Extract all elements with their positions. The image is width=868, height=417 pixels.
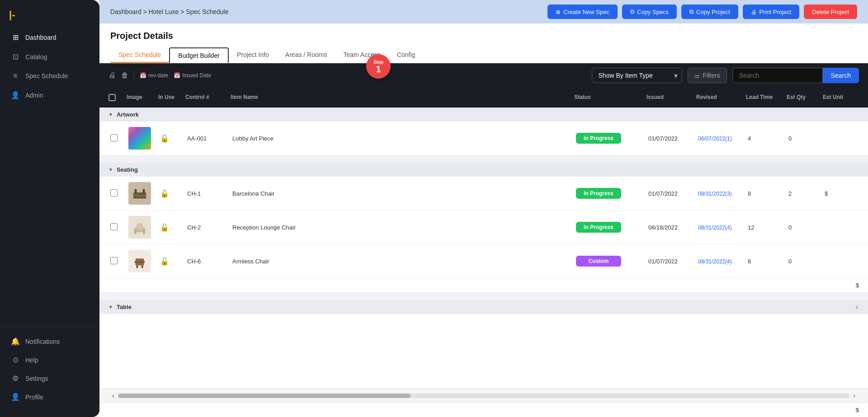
row-in-use[interactable]: 🔓 xyxy=(158,256,185,267)
select-all-checkbox[interactable] xyxy=(108,94,116,101)
show-by-select[interactable]: Show By Item TypeShow By AreaShow By Ven… xyxy=(592,68,682,83)
col-image: Image xyxy=(127,92,158,103)
row-control: CH-1 xyxy=(185,189,231,198)
scroll-left-arrow[interactable]: ‹ xyxy=(108,392,118,400)
main-nav: ⊞ Dashboard ⊡ Catalog ≡ Spec Schedule 👤 … xyxy=(0,28,99,326)
row-select-checkbox[interactable] xyxy=(110,134,118,141)
sidebar-item-admin[interactable]: 👤 Admin xyxy=(5,86,94,104)
tabs: Spec Schedule Budget Builder Project Inf… xyxy=(110,47,857,63)
spec-schedule-icon: ≡ xyxy=(11,72,20,80)
sidebar-item-settings[interactable]: ⚙ Settings xyxy=(5,369,94,388)
table-header: Image In Use Control # Item Name Status … xyxy=(99,88,868,108)
sidebar-item-spec-schedule[interactable]: ≡ Spec Schedule xyxy=(5,67,94,85)
print-project-button[interactable]: 🖨 Print Project xyxy=(743,5,800,19)
section-spacer xyxy=(99,293,868,300)
sidebar-bottom: 🔔 Notifications ⊙ Help ⚙ Settings 👤 Prof… xyxy=(0,326,99,417)
scroll-right-arrow[interactable]: › xyxy=(849,392,859,400)
col-checkbox xyxy=(108,92,127,103)
show-by-wrapper: Show By Item TypeShow By AreaShow By Ven… xyxy=(592,68,682,83)
tab-spec-schedule[interactable]: Spec Schedule xyxy=(110,47,169,63)
row-in-use[interactable]: 🔓 xyxy=(158,222,185,233)
filter-icon: ⚌ xyxy=(694,72,700,79)
copy-specs-button[interactable]: ⧉ Copy Specs xyxy=(622,5,677,19)
calendar2-icon: 📅 xyxy=(174,72,180,79)
col-revised: Revised xyxy=(696,92,746,103)
row-revised[interactable]: 08/31/2022(3) xyxy=(696,189,746,198)
issued-date-btn[interactable]: 📅 Issued Date xyxy=(174,72,211,79)
revised-link[interactable]: 08/31/2022(4) xyxy=(698,225,732,231)
row-revised[interactable]: 06/07/2022(1) xyxy=(696,134,746,143)
row-select-checkbox[interactable] xyxy=(110,257,118,264)
rev-date-btn[interactable]: 📅 rev-date xyxy=(140,72,168,79)
trash-toolbar-icon[interactable]: 🗑 xyxy=(121,71,128,80)
catalog-icon: ⊡ xyxy=(11,52,20,61)
delete-project-button[interactable]: Delete Project xyxy=(804,5,857,19)
table-row: 🔓 CH-6 Armless Chair Custom 01/07/2022 0… xyxy=(99,244,868,278)
row-status: In Progress xyxy=(574,132,646,145)
toolbar: 🖨 🗑 📅 rev-date 📅 Issued Date Step 1 Show… xyxy=(99,63,868,88)
svg-rect-10 xyxy=(136,266,138,268)
section-table[interactable]: ▼ Table ∨ xyxy=(99,300,868,314)
svg-rect-11 xyxy=(142,266,143,268)
col-est-qty: Est Qty xyxy=(787,92,823,103)
notifications-icon: 🔔 xyxy=(11,337,20,346)
filters-button[interactable]: ⚌ Filters xyxy=(688,68,727,83)
settings-icon: ⚙ xyxy=(11,374,20,383)
section-label: Table xyxy=(117,304,132,310)
sidebar-item-label: Spec Schedule xyxy=(25,72,68,80)
revised-link[interactable]: 06/07/2022(1) xyxy=(698,136,732,142)
row-image: img xyxy=(127,126,158,150)
row-checkbox xyxy=(108,188,127,199)
copy-project-button[interactable]: ⧉ Copy Project xyxy=(681,5,738,19)
tab-areas-rooms[interactable]: Areas / Rooms xyxy=(277,47,335,63)
section-seating[interactable]: ▼ Seating xyxy=(99,163,868,177)
tab-budget-builder[interactable]: Budget Builder xyxy=(169,47,229,63)
sidebar-item-label: Notifications xyxy=(25,338,60,345)
row-in-use[interactable]: 🔓 xyxy=(158,133,185,144)
row-checkbox xyxy=(108,256,127,267)
sidebar-item-notifications[interactable]: 🔔 Notifications xyxy=(5,332,94,351)
sidebar-item-profile[interactable]: 👤 Profile xyxy=(5,388,94,406)
row-est-unit xyxy=(823,226,859,228)
col-issued: Issued xyxy=(646,92,696,103)
tab-config[interactable]: Config xyxy=(389,47,423,63)
row-in-use[interactable]: 🔓 xyxy=(158,188,185,199)
row-select-checkbox[interactable] xyxy=(110,223,118,230)
row-lead-time: 8 xyxy=(746,189,787,198)
search-button[interactable]: Search xyxy=(823,68,859,83)
horizontal-scrollbar[interactable]: ‹ › xyxy=(99,389,868,403)
search-input[interactable] xyxy=(732,68,823,83)
row-control: CH-6 xyxy=(185,257,231,266)
row-select-checkbox[interactable] xyxy=(110,189,118,197)
sidebar-item-help[interactable]: ⊙ Help xyxy=(5,351,94,369)
row-control: CH-2 xyxy=(185,223,231,232)
sidebar-item-dashboard[interactable]: ⊞ Dashboard xyxy=(5,28,94,47)
row-revised[interactable]: 08/31/2022(4) xyxy=(696,223,746,232)
sidebar-item-label: Dashboard xyxy=(25,34,57,41)
col-est-unit: Est Unit xyxy=(823,92,859,103)
tab-project-info[interactable]: Project Info xyxy=(229,47,277,63)
status-badge: In Progress xyxy=(576,222,621,233)
sidebar: |- ⊞ Dashboard ⊡ Catalog ≡ Spec Schedule… xyxy=(0,0,99,417)
profile-icon: 👤 xyxy=(11,393,20,401)
section-spacer xyxy=(99,155,868,163)
lock-icon: 🔓 xyxy=(160,224,169,231)
copy2-icon: ⧉ xyxy=(689,8,693,15)
row-revised[interactable]: 08/31/2022(4) xyxy=(696,257,746,266)
sidebar-item-catalog[interactable]: ⊡ Catalog xyxy=(5,47,94,66)
revised-link[interactable]: 08/31/2022(4) xyxy=(698,258,732,265)
scroll-track[interactable] xyxy=(118,394,849,398)
toolbar-divider xyxy=(134,71,134,80)
main-content: Dashboard > Hotel Luxe > Spec Schedule ⊕… xyxy=(99,0,868,417)
section-label: Artwork xyxy=(117,111,139,118)
svg-rect-5 xyxy=(136,223,143,230)
section-artwork[interactable]: ▼ Artwork xyxy=(99,108,868,122)
create-new-spec-button[interactable]: ⊕ Create New Spec xyxy=(547,5,618,19)
print-toolbar-icon[interactable]: 🖨 xyxy=(108,71,116,80)
revised-link[interactable]: 08/31/2022(3) xyxy=(698,191,732,197)
row-issued: 01/07/2022 xyxy=(646,257,696,266)
project-header: Project Details Spec Schedule Budget Bui… xyxy=(99,23,868,63)
breadcrumb: Dashboard > Hotel Luxe > Spec Schedule xyxy=(110,8,229,15)
svg-rect-9 xyxy=(135,261,145,263)
sidebar-item-label: Admin xyxy=(25,92,43,99)
